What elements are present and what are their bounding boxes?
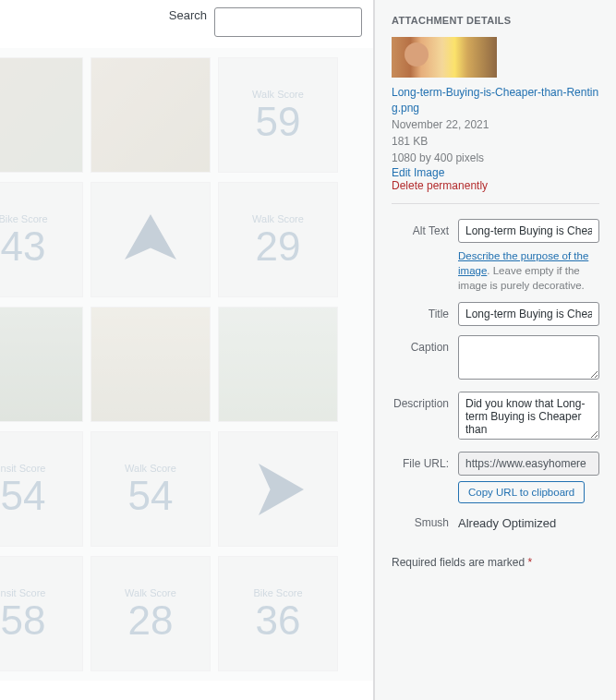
search-input[interactable] <box>214 7 362 37</box>
score-number: 36 <box>256 600 301 641</box>
description-textarea[interactable] <box>458 392 599 440</box>
score-number: 59 <box>256 102 301 142</box>
smush-status: Already Optimized <box>458 516 556 530</box>
score-label: Walk Score <box>252 89 304 100</box>
attachment-tile[interactable] <box>91 182 211 297</box>
attachment-date: November 22, 2021 <box>392 116 599 133</box>
attachment-tile[interactable]: nsit Score 58 <box>0 556 83 671</box>
attachment-filename: Long-term-Buying-is-Cheaper-than-Renting… <box>392 85 599 116</box>
divider <box>392 203 599 204</box>
search-label: Search <box>169 8 207 22</box>
score-label: nsit Score <box>1 587 46 598</box>
attachment-tile[interactable] <box>0 57 83 173</box>
score-label: Walk Score <box>252 213 304 224</box>
smush-label: Smush <box>392 516 458 529</box>
caption-label: Caption <box>392 335 458 354</box>
attachment-tile[interactable]: Walk Score 28 <box>91 556 211 671</box>
navigation-arrow-icon <box>118 208 183 272</box>
score-number: 54 <box>128 476 174 516</box>
attachment-filesize: 181 KB <box>392 133 599 150</box>
title-input[interactable] <box>458 302 599 326</box>
attachment-details-sidebar: ATTACHMENT DETAILS Long-term-Buying-is-C… <box>374 0 616 700</box>
required-fields-note: Required fields are marked * <box>392 556 599 569</box>
score-label: Walk Score <box>125 587 176 598</box>
alt-text-label: Alt Text <box>392 219 458 237</box>
attachment-thumbnail[interactable] <box>392 37 497 78</box>
delete-permanently-link[interactable]: Delete permanently <box>392 179 599 192</box>
score-number: 28 <box>128 600 174 641</box>
title-label: Title <box>392 302 458 320</box>
attachment-tile[interactable] <box>218 307 338 422</box>
score-label: Bike Score <box>253 587 302 598</box>
score-label: Bike Score <box>0 213 48 224</box>
score-number: 58 <box>1 600 46 641</box>
attachment-tile[interactable]: Bike Score 43 <box>0 182 83 297</box>
attachment-tile[interactable] <box>0 307 83 422</box>
attachment-tile[interactable] <box>91 307 211 422</box>
attachment-tile[interactable]: Walk Score 54 <box>91 431 211 547</box>
score-number: 54 <box>1 476 46 516</box>
score-label: nsit Score <box>1 463 46 474</box>
edit-image-link[interactable]: Edit Image <box>392 166 599 179</box>
attachment-tile[interactable]: Walk Score 59 <box>218 57 338 173</box>
svg-marker-0 <box>125 214 176 259</box>
description-label: Description <box>392 392 458 410</box>
media-library-panel: Search Walk Score 59 Bike Score 43 <box>0 0 374 700</box>
search-bar: Search <box>0 0 373 48</box>
attachment-tile[interactable]: Walk Score 29 <box>218 182 338 297</box>
file-url-label: File URL: <box>392 452 458 470</box>
score-number: 29 <box>256 226 301 267</box>
navigation-arrow-icon <box>246 457 310 522</box>
caption-textarea[interactable] <box>458 335 599 380</box>
attachment-tile[interactable]: Bike Score 36 <box>218 556 338 671</box>
alt-text-helper: Describe the purpose of the image. Leave… <box>458 248 599 293</box>
attachment-dimensions: 1080 by 400 pixels <box>392 150 599 166</box>
attachment-tile[interactable] <box>91 57 211 173</box>
attachment-grid: Walk Score 59 Bike Score 43 Walk Score 2… <box>0 48 373 681</box>
score-label: Walk Score <box>125 463 176 474</box>
svg-marker-1 <box>259 464 304 515</box>
attachment-tile[interactable]: nsit Score 54 <box>0 431 83 547</box>
attachment-tile[interactable] <box>218 431 338 547</box>
file-url-input[interactable] <box>458 452 599 476</box>
attachment-details-heading: ATTACHMENT DETAILS <box>392 15 599 26</box>
score-number: 43 <box>1 226 46 267</box>
alt-text-input[interactable] <box>458 219 599 243</box>
copy-url-button[interactable]: Copy URL to clipboard <box>458 481 585 503</box>
